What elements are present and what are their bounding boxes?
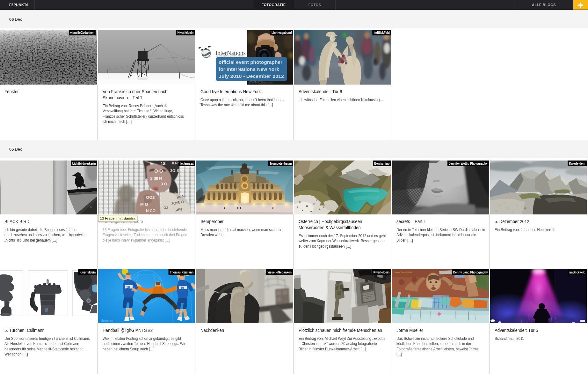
svg-text:CONNECTING GLOBAL MINDS: CONNECTING GLOBAL MINDS — [216, 55, 245, 57]
svg-text:for InterNations New York: for InterNations New York — [219, 66, 279, 72]
svg-text:official event photographer: official event photographer — [219, 59, 282, 65]
svg-text:18: 18 — [126, 286, 130, 289]
svg-text:19: 19 — [180, 286, 184, 290]
svg-text:July 2010 - December 2012: July 2010 - December 2012 — [219, 73, 284, 79]
svg-text:60: 60 — [44, 308, 49, 312]
svg-text:Jawa Timur Park: Jawa Timur Park — [395, 271, 412, 273]
svg-text:thomas: thomas — [101, 318, 113, 322]
